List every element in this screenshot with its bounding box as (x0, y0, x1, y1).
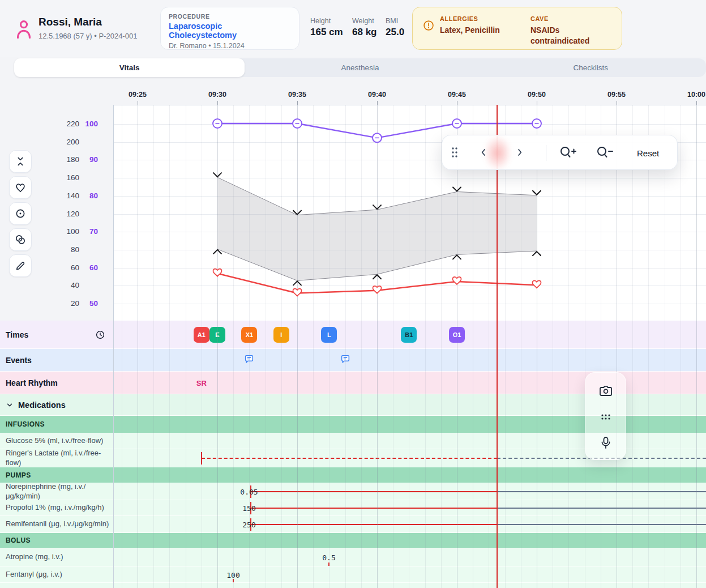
heart-icon (14, 181, 27, 194)
overlay-circles-tool-button[interactable] (9, 228, 32, 251)
anesthesia-record-app: Rossi, Maria 12.5.1968 (57 y) • P-2024-0… (0, 0, 706, 588)
target-tool-button[interactable] (9, 202, 32, 225)
diastolic-marker (453, 255, 461, 259)
metric-weight: Weight 68 kg (352, 17, 376, 38)
row-label-times: Times (0, 321, 113, 348)
medication-label: Ringer's Lactate (ml, i.v./free-flow) (6, 449, 113, 467)
event-marker[interactable] (244, 353, 255, 367)
bolus-dose-value[interactable]: 100 (226, 571, 239, 580)
event-marker[interactable] (340, 353, 350, 367)
reset-button[interactable]: Reset (637, 135, 659, 170)
time-badge-O1[interactable]: O1 (449, 327, 465, 343)
zoom-out-button[interactable] (596, 145, 614, 160)
medication-label: Norepinephrine (mg, i.v./μg/kg/min) (6, 482, 113, 501)
time-badge-I[interactable]: I (273, 327, 289, 343)
axis-tick-left: 160 (51, 173, 79, 182)
step-forward-button[interactable] (514, 146, 526, 159)
toolbar-divider (546, 145, 546, 161)
zoom-in-button[interactable] (559, 145, 577, 160)
time-cursor[interactable] (497, 105, 498, 588)
metric-height-value: 165 cm (310, 27, 343, 38)
medication-label: Atropine (mg, i.v.) (6, 552, 67, 561)
med-section-title: INFUSIONS (6, 420, 45, 428)
systolic-marker (213, 173, 221, 177)
time-tick (696, 101, 697, 105)
camera-button[interactable] (599, 385, 613, 397)
edit-tool-button[interactable] (9, 254, 32, 277)
time-badge-X1[interactable]: X1 (241, 327, 257, 343)
row-label-med-section-infusions: INFUSIONS (0, 416, 113, 433)
patient-name: Rossi, Maria (38, 16, 102, 28)
tab-anesthesia[interactable]: Anesthesia (245, 58, 475, 77)
row-med-section-bolus: BOLUS (0, 533, 706, 548)
row-label-medication: Norepinephrine (mg, i.v./μg/kg/min) (0, 483, 113, 500)
diastolic-marker (373, 275, 381, 279)
time-label: 09:55 (607, 91, 626, 99)
metric-bmi: BMI 25.0 (386, 17, 404, 38)
axis-tick-left: 40 (51, 281, 79, 289)
metric-bmi-label: BMI (386, 17, 404, 25)
pencil-icon (14, 259, 27, 272)
metric-height: Height 165 cm (310, 17, 343, 38)
axis-tick-spo2: 60 (74, 263, 98, 271)
tab-checklists[interactable]: Checklists (476, 58, 706, 77)
collapse-button[interactable] (9, 150, 32, 173)
row-label-medication: Fentanyl (μg, i.v.) (0, 566, 113, 582)
axis-tick-left: 200 (51, 137, 79, 146)
panel-drag-handle[interactable] (599, 412, 613, 422)
microphone-icon (600, 436, 612, 450)
collapse-icon (14, 155, 27, 168)
time-badge-B1[interactable]: B1 (401, 327, 417, 343)
metric-bmi-value: 25.0 (386, 27, 404, 38)
patient-avatar-icon (15, 19, 33, 39)
row-label-heart-rhythm: Heart Rhythm (0, 372, 113, 394)
med-line-red (251, 508, 497, 509)
time-badge-E[interactable]: E (209, 327, 225, 343)
heart-rate-tool-button[interactable] (9, 176, 32, 199)
medication-label: Remifentanil (μg, i.v./μg/kg/min) (6, 519, 112, 529)
row-track-med-section-pumps (113, 467, 706, 483)
med-rate-value[interactable]: 0.05 (240, 488, 258, 496)
time-badge-A1[interactable]: A1 (194, 327, 209, 343)
tab-vitals[interactable]: Vitals (14, 58, 245, 77)
axis-tick-spo2: 50 (74, 299, 98, 308)
medication-label: Glucose 5% (ml, i.v./free-flow) (6, 436, 106, 445)
time-tick (217, 101, 218, 105)
time-tick (377, 101, 378, 105)
bolus-dose-value[interactable]: 0.5 (322, 553, 335, 562)
time-label: 10:00 (687, 91, 705, 99)
overlapping-circles-icon (14, 233, 27, 246)
allergies-block: ALLERGIES Latex, Penicillin (440, 15, 536, 36)
cave-block: CAVE NSAIDs contraindicated (530, 15, 615, 46)
row-track-medication: 150 (113, 500, 706, 515)
microphone-button[interactable] (600, 436, 612, 450)
procedure-title[interactable]: Laparoscopic Cholecystectomy (169, 22, 291, 40)
row-medication: Fentanyl (μg, i.v.)100 (0, 566, 706, 583)
time-tick (617, 101, 617, 105)
row-label-medication: Glucose 5% (ml, i.v./free-flow) (0, 433, 113, 449)
camera-icon (599, 385, 613, 397)
bolus-tick (233, 579, 234, 582)
axis-tick-left: 80 (51, 245, 79, 253)
systolic-marker (453, 187, 461, 191)
step-back-button[interactable] (477, 146, 490, 159)
procedure-meta: Dr. Romano • 15.1.2024 (169, 42, 291, 50)
med-rate-value[interactable]: 250 (242, 521, 255, 529)
procedure-label: PROCEDURE (169, 13, 291, 20)
chevron-down-icon[interactable] (6, 401, 14, 409)
time-tick (537, 101, 537, 105)
diastolic-marker (293, 281, 301, 285)
toolbar-drag-handle[interactable] (448, 145, 461, 160)
metric-weight-label: Weight (352, 17, 376, 25)
metric-height-label: Height (310, 17, 343, 25)
grid-dots-icon (599, 412, 613, 422)
axis-separator (113, 105, 114, 588)
row-events: Events (0, 349, 706, 372)
med-rate-value[interactable]: 150 (242, 504, 255, 513)
med-start-tick[interactable] (201, 452, 202, 465)
zoom-in-icon (559, 145, 577, 160)
rhythm-annotation[interactable]: SR (196, 378, 207, 387)
time-label: 09:40 (368, 91, 386, 99)
medication-label: Propofol 1% (mg, i.v./mg/kg/h) (6, 503, 108, 512)
time-badge-L[interactable]: L (321, 327, 337, 343)
